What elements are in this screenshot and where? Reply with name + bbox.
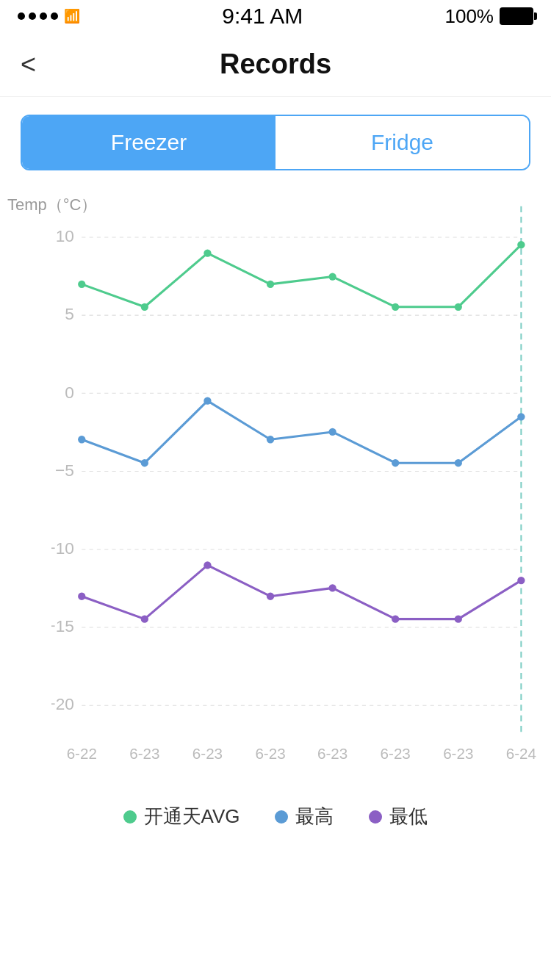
- legend-label-avg: 开通天AVG: [144, 804, 240, 829]
- status-bar: 📶 9:41 AM 100%: [0, 0, 551, 32]
- battery-icon: [500, 7, 533, 25]
- page-title: Records: [220, 48, 331, 80]
- svg-point-17: [204, 249, 211, 256]
- legend-dot-avg: [123, 810, 137, 824]
- svg-text:−20: −20: [51, 694, 74, 713]
- svg-point-33: [204, 561, 211, 569]
- svg-point-38: [517, 577, 525, 584]
- back-button[interactable]: <: [21, 51, 36, 78]
- signal-dot-1: [18, 12, 25, 20]
- svg-point-28: [392, 459, 399, 466]
- signal-dots: [18, 12, 58, 20]
- legend-label-high: 最高: [295, 804, 334, 829]
- svg-point-36: [392, 616, 399, 623]
- svg-text:6-23: 6-23: [381, 745, 411, 762]
- chart-legend: 开通天AVG 最高 最低: [0, 789, 551, 851]
- legend-label-low: 最低: [389, 804, 428, 829]
- status-time: 9:41 AM: [222, 4, 303, 29]
- svg-text:10: 10: [56, 226, 74, 245]
- svg-text:6-23: 6-23: [129, 745, 159, 762]
- svg-point-32: [141, 616, 148, 623]
- legend-item-high: 最高: [275, 804, 334, 829]
- battery-percentage: 100%: [444, 5, 494, 28]
- svg-text:6-24: 6-24: [506, 745, 536, 762]
- svg-point-15: [78, 281, 85, 288]
- svg-text:6-23: 6-23: [317, 745, 347, 762]
- svg-point-30: [517, 413, 525, 420]
- segment-freezer[interactable]: Freezer: [22, 116, 276, 169]
- svg-point-34: [267, 593, 274, 600]
- status-right: 100%: [444, 5, 533, 28]
- svg-text:6-23: 6-23: [443, 745, 473, 762]
- svg-point-18: [267, 281, 274, 288]
- svg-text:6-23: 6-23: [255, 745, 285, 762]
- svg-point-25: [204, 397, 211, 405]
- wifi-icon: 📶: [64, 8, 80, 24]
- signal-dot-3: [40, 12, 47, 20]
- status-left: 📶: [18, 8, 80, 24]
- svg-point-22: [517, 241, 525, 248]
- segment-control: Freezer Fridge: [21, 115, 530, 170]
- legend-dot-low: [369, 810, 382, 824]
- signal-dot-4: [51, 12, 58, 20]
- svg-point-29: [455, 459, 462, 466]
- svg-text:0: 0: [65, 383, 74, 402]
- legend-item-avg: 开通天AVG: [123, 804, 240, 829]
- signal-dot-2: [29, 12, 36, 20]
- segment-fridge[interactable]: Fridge: [276, 116, 529, 169]
- svg-point-27: [328, 428, 336, 436]
- svg-point-23: [78, 436, 85, 443]
- svg-text:−10: −10: [51, 538, 74, 558]
- svg-point-19: [328, 273, 336, 280]
- svg-text:6-23: 6-23: [192, 745, 223, 762]
- chart-container: 10 5 0 −5 −10 −15 −20: [51, 191, 536, 782]
- svg-text:6-22: 6-22: [67, 745, 97, 762]
- svg-text:−5: −5: [55, 461, 74, 480]
- svg-point-31: [78, 593, 85, 600]
- legend-dot-high: [275, 810, 288, 824]
- segment-wrapper: Freezer Fridge: [0, 97, 551, 176]
- svg-point-20: [392, 303, 399, 311]
- header: < Records: [0, 32, 551, 97]
- svg-point-24: [141, 459, 148, 466]
- svg-point-21: [455, 303, 462, 311]
- svg-point-37: [455, 616, 462, 623]
- svg-text:−15: −15: [51, 616, 74, 635]
- chart-svg: 10 5 0 −5 −10 −15 −20: [51, 191, 536, 782]
- legend-item-low: 最低: [369, 804, 428, 829]
- svg-point-35: [328, 584, 336, 591]
- svg-point-16: [141, 303, 148, 311]
- svg-point-26: [267, 436, 274, 443]
- chart-area: Temp（°C） 10: [0, 176, 551, 789]
- svg-text:5: 5: [65, 304, 74, 323]
